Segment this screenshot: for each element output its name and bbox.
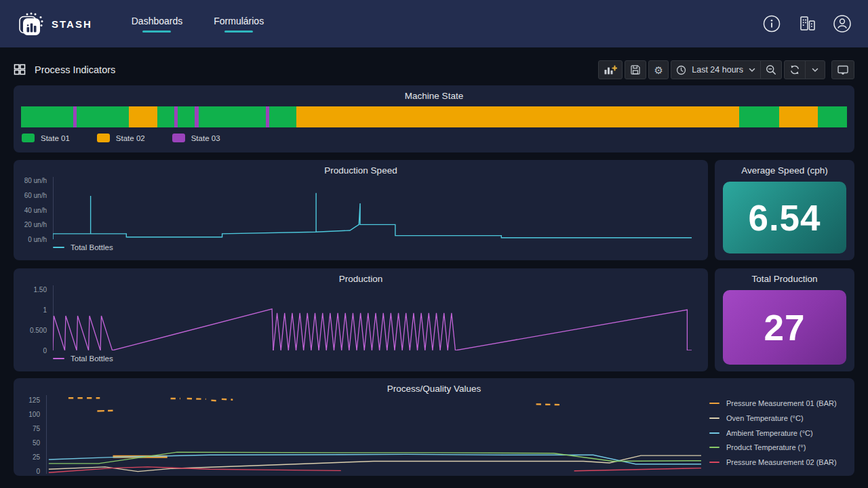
- legend-item[interactable]: Ambient Temperature (°C): [709, 429, 849, 439]
- add-panel-button[interactable]: [598, 60, 623, 79]
- legend-swatch: [172, 134, 185, 142]
- axis-tick-label: 1: [43, 306, 47, 314]
- state-segment[interactable]: [779, 106, 818, 127]
- time-range-label: Last 24 hours: [692, 65, 743, 75]
- axis-tick-label: 80 un/h: [24, 177, 47, 184]
- state-segment[interactable]: [157, 106, 174, 127]
- refresh-interval-button[interactable]: [805, 60, 825, 79]
- zoom-out-time-button[interactable]: [760, 60, 782, 79]
- axis-tick-label: 1.50: [34, 286, 47, 293]
- state-segment[interactable]: [129, 106, 157, 127]
- company-button[interactable]: [796, 13, 818, 35]
- nav-dashboards[interactable]: Dashboards: [132, 16, 183, 33]
- clock-icon: [676, 65, 686, 75]
- axis-tick-label: 60 un/h: [24, 192, 47, 199]
- legend-item[interactable]: State 01: [22, 134, 70, 142]
- panel-title[interactable]: Process/Quality Values: [14, 378, 854, 394]
- axis-tick-label: 75: [33, 424, 40, 432]
- process-quality-chart[interactable]: [46, 395, 701, 474]
- stash-logo-icon: [18, 10, 45, 37]
- axis-tick-label: 0: [43, 347, 47, 354]
- series-line: [455, 310, 692, 350]
- panel-production-speed: Production Speed 80 un/h60 un/h40 un/h20…: [14, 160, 708, 260]
- monitor-icon: [837, 64, 849, 75]
- nav-underline: [224, 30, 253, 33]
- y-axis-production-speed: 80 un/h60 un/h40 un/h20 un/h0 un/h: [14, 177, 53, 239]
- state-segment[interactable]: [296, 106, 739, 127]
- axis-tick-label: 0 un/h: [28, 236, 47, 243]
- legend-item[interactable]: Pressure Measurement 02 (BAR): [709, 458, 849, 468]
- state-segment[interactable]: [178, 106, 195, 127]
- save-icon: [630, 64, 641, 75]
- series-line: [536, 404, 564, 405]
- brand[interactable]: STASH: [18, 10, 92, 37]
- time-range-picker[interactable]: Last 24 hours: [671, 60, 761, 79]
- panel-title[interactable]: Production: [14, 268, 708, 284]
- add-panel-icon: [604, 64, 617, 75]
- panel-production: Production 1.5010.5000 Total Bottles: [14, 268, 708, 371]
- dashboard-title: Process Indicators: [14, 64, 115, 76]
- state-segment[interactable]: [77, 106, 129, 127]
- apps-grid-icon: [14, 64, 26, 76]
- legend-item[interactable]: Product Temperature (°): [709, 443, 849, 453]
- panel-process-quality: Process/Quality Values 1251007550250 Pre…: [14, 378, 854, 476]
- series-line: [211, 401, 218, 401]
- machine-state-timeline[interactable]: [21, 106, 847, 127]
- average-speed-value: 6.54: [723, 182, 846, 253]
- state-segment[interactable]: [269, 106, 296, 127]
- panel-title[interactable]: Production Speed: [14, 160, 708, 176]
- state-segment[interactable]: [818, 106, 847, 127]
- state-segment[interactable]: [21, 106, 73, 127]
- user-icon: [832, 14, 852, 34]
- dashboard-toolbar: Process Indicators ⚙: [14, 60, 854, 80]
- kiosk-mode-button[interactable]: [831, 60, 854, 79]
- zoom-out-icon: [766, 64, 776, 75]
- legend-dash: [709, 462, 719, 463]
- legend-total-bottles[interactable]: Total Bottles: [53, 243, 708, 251]
- production-chart[interactable]: [53, 285, 692, 350]
- refresh-button[interactable]: [784, 60, 806, 79]
- axis-tick-label: 125: [28, 396, 40, 403]
- page-title: Process Indicators: [35, 64, 115, 75]
- series-line: [97, 411, 113, 411]
- chevron-down-icon: [749, 68, 755, 73]
- legend-item[interactable]: State 03: [172, 134, 220, 142]
- panel-average-speed: Average Speed (cph) 6.54: [715, 160, 854, 260]
- series-line: [222, 399, 233, 400]
- legend-item[interactable]: Pressure Measurement 01 (BAR): [709, 399, 849, 409]
- series-line: [273, 313, 455, 350]
- legend-swatch: [22, 134, 35, 142]
- production-speed-chart[interactable]: [53, 177, 692, 239]
- process-quality-legend: Pressure Measurement 01 (BAR)Oven Temper…: [707, 395, 854, 474]
- legend-item[interactable]: State 02: [97, 134, 145, 142]
- legend-item[interactable]: Oven Temperature (°C): [709, 414, 849, 424]
- legend-dash: [709, 447, 719, 448]
- legend-total-bottles[interactable]: Total Bottles: [53, 354, 708, 363]
- save-dashboard-button[interactable]: [625, 60, 646, 79]
- state-segment[interactable]: [199, 106, 266, 127]
- chevron-down-icon: [812, 68, 818, 73]
- panel-title[interactable]: Average Speed (cph): [715, 160, 854, 176]
- axis-tick-label: 50: [33, 439, 40, 446]
- axis-tick-label: 100: [28, 410, 40, 418]
- axis-tick-label: 20 un/h: [24, 221, 47, 228]
- dashboard-settings-button[interactable]: ⚙: [648, 60, 669, 79]
- nav-formularios[interactable]: Formulários: [214, 16, 264, 33]
- series-line: [113, 309, 273, 350]
- panel-title[interactable]: Total Production: [715, 268, 854, 284]
- info-button[interactable]: [761, 13, 783, 35]
- nav-underline: [142, 30, 171, 33]
- legend-dash: [53, 358, 64, 359]
- series-line: [574, 468, 701, 471]
- panel-machine-state: Machine State State 01State 02State 03: [14, 85, 854, 152]
- legend-dash: [709, 418, 719, 419]
- state-segment[interactable]: [739, 106, 779, 127]
- axis-tick-label: 40 un/h: [24, 206, 47, 214]
- machine-state-legend: State 01State 02State 03: [22, 134, 854, 142]
- series-line: [53, 193, 692, 239]
- user-button[interactable]: [831, 13, 853, 35]
- panel-title[interactable]: Machine State: [14, 85, 854, 101]
- y-axis-process-quality: 1251007550250: [14, 395, 46, 474]
- panel-total-production: Total Production 27: [715, 268, 854, 371]
- time-picker-group: Last 24 hours: [671, 60, 782, 79]
